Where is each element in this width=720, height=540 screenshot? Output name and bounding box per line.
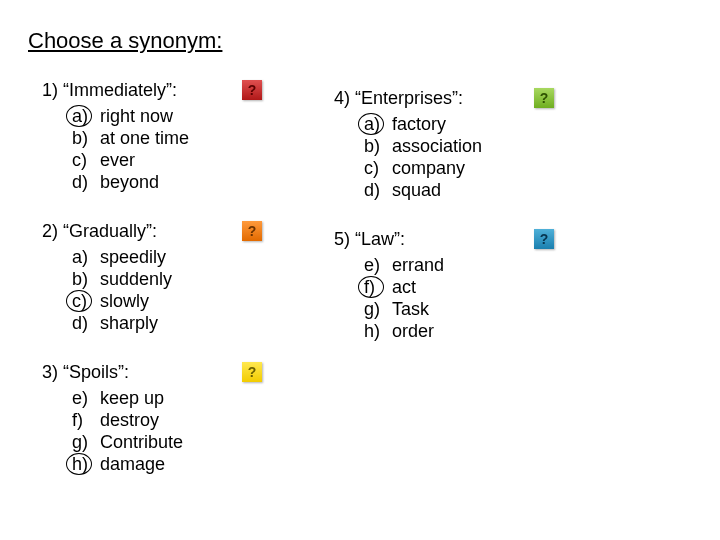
option-item: g)Task [364,298,614,320]
option-item: h)order [364,320,614,342]
question-text: “Gradually”: [63,221,157,241]
hint-icon[interactable]: ? [242,80,262,100]
question-block: 4) “Enterprises”:?a)factoryb)association… [334,88,614,201]
option-letter: f) [364,276,386,298]
option-item: e)errand [364,254,614,276]
question-text: “Spoils”: [63,362,129,382]
option-letter: h) [72,453,94,475]
option-text: Contribute [100,432,183,452]
options-list: a)right nowb)at one timec)everd)beyond [42,105,322,193]
option-item: c)ever [72,149,322,171]
option-letter: b) [364,135,386,157]
options-list: a)speedilyb)suddenlyc)slowlyd)sharply [42,246,322,334]
option-text: destroy [100,410,159,430]
option-item: d)beyond [72,171,322,193]
question-block: 1) “Immediately”:?a)right nowb)at one ti… [42,80,322,193]
option-item: f)destroy [72,409,322,431]
option-text: suddenly [100,269,172,289]
option-text: damage [100,454,165,474]
option-letter: e) [364,254,386,276]
right-column: 4) “Enterprises”:?a)factoryb)association… [334,88,614,370]
option-letter: a) [72,246,94,268]
option-item: f)act [364,276,614,298]
options-list: e)errandf)actg)Taskh)order [334,254,614,342]
option-letter: f) [72,409,94,431]
hint-icon[interactable]: ? [242,362,262,382]
option-item: e)keep up [72,387,322,409]
option-text: ever [100,150,135,170]
option-letter: d) [72,312,94,334]
hint-icon[interactable]: ? [242,221,262,241]
option-text: at one time [100,128,189,148]
question-word: 4) “Enterprises”: [334,88,614,109]
option-text: errand [392,255,444,275]
option-text: right now [100,106,173,126]
hint-icon[interactable]: ? [534,88,554,108]
question-text: “Law”: [355,229,405,249]
option-text: beyond [100,172,159,192]
options-list: a)factoryb)associationc)companyd)squad [334,113,614,201]
option-letter: d) [364,179,386,201]
question-text: “Enterprises”: [355,88,463,108]
question-word: 2) “Gradually”: [42,221,322,242]
option-item: a)right now [72,105,322,127]
option-letter: a) [72,105,94,127]
question-word: 3) “Spoils”: [42,362,322,383]
option-item: a)speedily [72,246,322,268]
hint-icon[interactable]: ? [534,229,554,249]
question-number: 4) [334,88,350,108]
option-item: g)Contribute [72,431,322,453]
option-letter: b) [72,268,94,290]
option-letter: c) [72,149,94,171]
option-letter: a) [364,113,386,135]
question-text: “Immediately”: [63,80,177,100]
option-text: association [392,136,482,156]
option-text: speedily [100,247,166,267]
question-block: 5) “Law”:?e)errandf)actg)Taskh)order [334,229,614,342]
question-block: 2) “Gradually”:?a)speedilyb)suddenlyc)sl… [42,221,322,334]
question-number: 1) [42,80,58,100]
option-text: keep up [100,388,164,408]
option-letter: c) [72,290,94,312]
option-text: company [392,158,465,178]
option-text: squad [392,180,441,200]
options-list: e)keep upf)destroyg)Contributeh)damage [42,387,322,475]
option-item: b)at one time [72,127,322,149]
option-text: order [392,321,434,341]
question-block: 3) “Spoils”:?e)keep upf)destroyg)Contrib… [42,362,322,475]
question-word: 1) “Immediately”: [42,80,322,101]
option-item: c)slowly [72,290,322,312]
page-title: Choose a synonym: [28,28,222,54]
option-item: a)factory [364,113,614,135]
option-letter: e) [72,387,94,409]
option-item: d)squad [364,179,614,201]
option-text: act [392,277,416,297]
option-text: Task [392,299,429,319]
option-item: b)association [364,135,614,157]
option-letter: d) [72,171,94,193]
option-item: c)company [364,157,614,179]
question-number: 2) [42,221,58,241]
question-number: 5) [334,229,350,249]
question-word: 5) “Law”: [334,229,614,250]
option-letter: g) [72,431,94,453]
option-letter: g) [364,298,386,320]
option-letter: h) [364,320,386,342]
option-text: slowly [100,291,149,311]
option-item: b)suddenly [72,268,322,290]
option-item: h)damage [72,453,322,475]
option-letter: c) [364,157,386,179]
left-column: 1) “Immediately”:?a)right nowb)at one ti… [42,80,322,503]
option-text: factory [392,114,446,134]
option-item: d)sharply [72,312,322,334]
option-letter: b) [72,127,94,149]
question-number: 3) [42,362,58,382]
option-text: sharply [100,313,158,333]
